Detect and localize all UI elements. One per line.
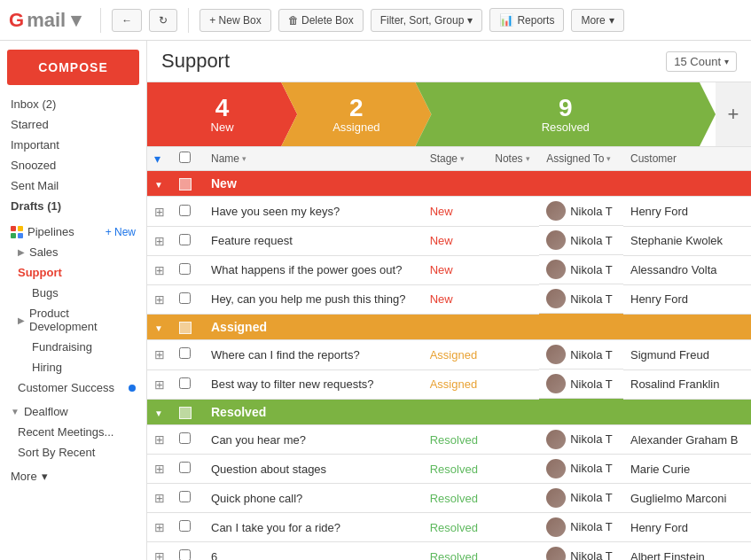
more-button[interactable]: More ▾: [571, 9, 623, 32]
sidebar-item-support[interactable]: Support: [0, 262, 146, 283]
row-checkbox-cell[interactable]: [172, 455, 204, 484]
row-name[interactable]: 6: [204, 542, 423, 560]
sidebar-item-starred[interactable]: Starred: [0, 114, 146, 135]
row-checkbox[interactable]: [179, 491, 191, 502]
sidebar-item-sort-by-recent[interactable]: Sort By Recent: [0, 442, 146, 463]
new-pipeline-link[interactable]: + New: [106, 226, 136, 238]
row-name[interactable]: Can I take you for a ride?: [204, 513, 423, 542]
select-all-checkbox[interactable]: [179, 152, 191, 163]
sidebar-item-drafts[interactable]: Drafts (1): [0, 196, 146, 216]
sidebar-item-sent[interactable]: Sent Mail: [0, 175, 146, 196]
row-name[interactable]: Question about stages: [204, 455, 423, 484]
group-header-resolved[interactable]: ▼ Resolved: [147, 399, 751, 424]
assigned-col-dropdown[interactable]: Assigned To ▾: [546, 152, 611, 165]
row-checkbox-cell[interactable]: [172, 542, 204, 560]
row-stage[interactable]: Resolved: [423, 424, 489, 455]
row-checkbox[interactable]: [179, 234, 191, 245]
group-expand-icon[interactable]: ▼: [147, 171, 172, 197]
sidebar-item-sales[interactable]: ▶ Sales: [0, 242, 146, 262]
row-checkbox-cell[interactable]: [172, 513, 204, 542]
row-checkbox-cell[interactable]: [172, 226, 204, 255]
table-row[interactable]: ⊞ Quick phone call? Resolved Nikola T Gu…: [147, 484, 751, 513]
funnel-add-button[interactable]: +: [716, 82, 751, 146]
row-checkbox-cell[interactable]: [172, 484, 204, 513]
filter-sort-button[interactable]: Filter, Sort, Group ▾: [371, 9, 483, 32]
row-checkbox[interactable]: [179, 292, 191, 304]
group-checkbox-cell[interactable]: [172, 171, 204, 197]
row-checkbox[interactable]: [179, 205, 191, 216]
funnel-new[interactable]: 4 New: [147, 82, 297, 146]
sidebar-item-important[interactable]: Important: [0, 135, 146, 155]
sidebar-item-dealflow[interactable]: ▼ Dealflow: [0, 401, 146, 422]
group-header-new[interactable]: ▼ New: [147, 171, 751, 197]
row-stage[interactable]: Assigned: [423, 369, 489, 399]
row-stage[interactable]: Assigned: [423, 340, 489, 370]
funnel-assigned[interactable]: 2 Assigned: [281, 82, 431, 146]
row-checkbox-cell[interactable]: [172, 197, 204, 227]
notes-col-dropdown[interactable]: Notes ▾: [495, 152, 529, 165]
table-row[interactable]: ⊞ Hey, can you help me push this thing? …: [147, 284, 751, 314]
table-row[interactable]: ⊞ Question about stages Resolved Nikola …: [147, 455, 751, 484]
row-stage[interactable]: Resolved: [423, 542, 489, 560]
row-name[interactable]: Have you seen my keys?: [204, 197, 423, 227]
sidebar-item-pipelines[interactable]: Pipelines + New: [0, 222, 146, 242]
row-stage[interactable]: New: [423, 284, 489, 314]
table-row[interactable]: ⊞ Have you seen my keys? New Nikola T He…: [147, 197, 751, 227]
reports-button[interactable]: 📊 Reports: [489, 8, 564, 32]
row-stage[interactable]: New: [423, 197, 489, 227]
row-checkbox[interactable]: [179, 520, 191, 532]
delete-box-button[interactable]: 🗑 Delete Box: [278, 9, 364, 32]
row-stage[interactable]: Resolved: [423, 455, 489, 484]
row-name[interactable]: Feature request: [204, 226, 423, 255]
refresh-button[interactable]: ↻: [149, 9, 177, 32]
sidebar-item-fundraising[interactable]: Fundraising: [0, 337, 146, 357]
stage-col-dropdown[interactable]: Stage ▾: [430, 152, 465, 165]
row-checkbox[interactable]: [179, 462, 191, 473]
table-row[interactable]: ⊞ Where can I find the reports? Assigned…: [147, 340, 751, 370]
row-stage[interactable]: New: [423, 226, 489, 255]
row-checkbox-cell[interactable]: [172, 284, 204, 314]
sidebar-item-bugs[interactable]: Bugs: [0, 283, 146, 303]
table-row[interactable]: ⊞ Best way to filter new requests? Assig…: [147, 369, 751, 399]
sidebar-item-more[interactable]: More ▾: [0, 466, 146, 486]
back-button[interactable]: ←: [112, 9, 142, 32]
row-checkbox[interactable]: [179, 432, 191, 444]
sidebar-item-snoozed[interactable]: Snoozed: [0, 155, 146, 175]
row-checkbox[interactable]: [179, 549, 191, 560]
name-col-dropdown[interactable]: Name ▾: [211, 152, 246, 165]
group-header-assigned[interactable]: ▼ Assigned: [147, 314, 751, 339]
row-checkbox-cell[interactable]: [172, 369, 204, 399]
sidebar-item-inbox[interactable]: Inbox (2): [0, 94, 146, 114]
row-checkbox-cell[interactable]: [172, 340, 204, 370]
col-expand[interactable]: ▾: [147, 147, 172, 171]
new-box-button[interactable]: + New Box: [199, 9, 270, 32]
sidebar-item-recent-meetings[interactable]: Recent Meetings...: [0, 422, 146, 442]
table-row[interactable]: ⊞ What happens if the power goes out? Ne…: [147, 255, 751, 284]
row-stage[interactable]: New: [423, 255, 489, 284]
row-checkbox-cell[interactable]: [172, 424, 204, 455]
gmail-logo[interactable]: Gmail ▾: [9, 9, 81, 32]
sidebar-item-customer-success[interactable]: Customer Success: [0, 377, 146, 398]
count-badge[interactable]: 15 Count ▾: [666, 51, 737, 72]
table-row[interactable]: ⊞ Feature request New Nikola T Stephanie…: [147, 226, 751, 255]
row-name[interactable]: Can you hear me?: [204, 424, 423, 455]
row-name[interactable]: Best way to filter new requests?: [204, 369, 423, 399]
row-checkbox[interactable]: [179, 377, 191, 389]
row-checkbox-cell[interactable]: [172, 255, 204, 284]
group-checkbox-cell[interactable]: [172, 314, 204, 339]
row-stage[interactable]: Resolved: [423, 513, 489, 542]
group-expand-icon[interactable]: ▼: [147, 314, 172, 339]
row-name[interactable]: Quick phone call?: [204, 484, 423, 513]
row-stage[interactable]: Resolved: [423, 484, 489, 513]
sidebar-item-product-dev[interactable]: ▶ Product Development: [0, 303, 146, 337]
row-name[interactable]: What happens if the power goes out?: [204, 255, 423, 284]
sidebar-item-hiring[interactable]: Hiring: [0, 357, 146, 377]
table-row[interactable]: ⊞ Can I take you for a ride? Resolved Ni…: [147, 513, 751, 542]
funnel-resolved[interactable]: 9 Resolved: [416, 82, 716, 146]
compose-button[interactable]: COMPOSE: [7, 50, 139, 85]
row-name[interactable]: Where can I find the reports?: [204, 340, 423, 370]
row-name[interactable]: Hey, can you help me push this thing?: [204, 284, 423, 314]
col-checkbox[interactable]: [172, 147, 204, 171]
table-row[interactable]: ⊞ Can you hear me? Resolved Nikola T Ale…: [147, 424, 751, 455]
table-row[interactable]: ⊞ 6 Resolved Nikola T Albert Einstein: [147, 542, 751, 560]
